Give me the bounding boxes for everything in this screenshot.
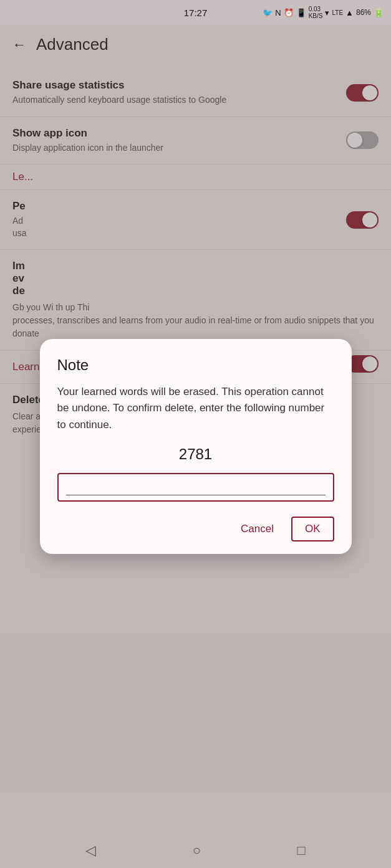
main-content: ← Advanced Share usage statistics Automa… [0, 25, 391, 868]
note-dialog: Note Your learned words will be erased. … [40, 339, 352, 554]
vibrate-icon: 📳 [296, 8, 306, 17]
dialog-input[interactable] [66, 479, 326, 495]
twitter-icon: 🐦 [263, 8, 273, 17]
signal-icon: ▲ [345, 8, 354, 17]
lte-icon: LTE [332, 9, 343, 16]
status-time: 17:27 [184, 7, 208, 18]
battery-icon: 🔋 [374, 8, 384, 17]
dialog-title: Note [57, 356, 334, 374]
dialog-confirm-number: 2781 [57, 446, 334, 463]
dialog-input-wrapper [57, 473, 334, 502]
alarm-icon: ⏰ [284, 8, 294, 17]
data-speed: 0.03KB/S [309, 6, 323, 19]
wifi-icon: ▾ [325, 8, 329, 17]
battery-level: 86% [356, 8, 371, 17]
dialog-overlay: Note Your learned words will be erased. … [0, 25, 391, 868]
status-icons: 🐦 N ⏰ 📳 0.03KB/S ▾ LTE ▲ 86% 🔋 [263, 6, 384, 19]
nfc-icon: N [275, 8, 281, 17]
status-bar: 17:27 🐦 N ⏰ 📳 0.03KB/S ▾ LTE ▲ 86% 🔋 [0, 0, 391, 25]
ok-button[interactable]: OK [291, 517, 334, 541]
cancel-button[interactable]: Cancel [231, 517, 284, 541]
dialog-buttons: Cancel OK [57, 517, 334, 541]
dialog-message: Your learned words will be erased. This … [57, 384, 334, 433]
